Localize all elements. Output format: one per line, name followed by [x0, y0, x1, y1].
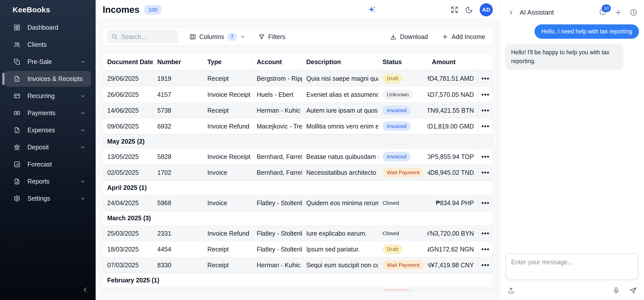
row-actions-button[interactable]: ••• [481, 75, 489, 82]
sidebar-item-deposit[interactable]: Deposit [5, 139, 91, 155]
filters-button[interactable]: Filters [258, 33, 285, 40]
history-clock-icon[interactable] [630, 9, 637, 16]
cell-status: Invoiced [378, 103, 428, 118]
cell-account: Bernhard, Farrell ... [252, 149, 302, 164]
table-row[interactable]: 02/05/20251702InvoiceBernhard, Farrell .… [103, 164, 493, 180]
upload-icon[interactable] [507, 287, 515, 294]
cell-description: Eveniet alias et assumenda d... [302, 87, 378, 102]
cell-account: Bernhard, Farrell ... [252, 165, 302, 180]
chevron-down-icon [80, 59, 86, 65]
row-actions-button[interactable]: ••• [481, 107, 489, 114]
table-row[interactable]: 18/03/20254454ReceiptFlatley - Stoltenb.… [103, 241, 493, 257]
cell-number: 5968 [153, 195, 203, 211]
fullscreen-icon[interactable] [450, 6, 459, 14]
message-input[interactable] [506, 253, 638, 280]
ai-assistant-title: AI Assistant [520, 9, 554, 16]
column-header-account: Account [252, 54, 302, 70]
row-actions-button[interactable]: ••• [481, 169, 489, 176]
row-actions-button[interactable]: ••• [481, 199, 489, 207]
cell-description: Quia nisi saepe magni quam... [302, 71, 378, 87]
download-icon [390, 33, 397, 40]
sidebar-item-payments[interactable]: Payments [5, 105, 91, 121]
table-row[interactable]: 13/05/20255828Invoice ReceiptBernhard, F… [103, 149, 493, 164]
status-badge: Draft [383, 244, 403, 254]
group-header-row: February 2025 (1) [103, 273, 493, 287]
panel-collapse-chevron-right-icon[interactable] [508, 9, 514, 16]
sidebar-nav: DashboardClientsPre-SaleInvoices & Recei… [0, 20, 96, 206]
cell-document-date: 26/06/2025 [103, 87, 153, 102]
status-badge: Unknown [383, 90, 413, 99]
cell-amount: AMD4,781.51 AMD [428, 71, 478, 87]
table-row[interactable]: 07/03/20258330ReceiptHerman - KuhicSequi… [103, 257, 493, 273]
dark-mode-moon-icon[interactable] [465, 6, 473, 14]
filter-funnel-icon [258, 33, 265, 40]
cell-document-date: 18/03/2025 [103, 241, 153, 257]
chevron-down-icon [80, 196, 86, 201]
row-actions-button[interactable]: ••• [481, 91, 489, 98]
row-actions-button[interactable]: ••• [481, 262, 489, 269]
user-avatar[interactable]: AD [480, 3, 493, 16]
row-actions-button[interactable]: ••• [481, 123, 489, 130]
cell-document-date: 09/06/2025 [103, 118, 153, 134]
table-header-row: Document DateNumberTypeAccountDescriptio… [103, 54, 493, 71]
sidebar-item-label: Deposit [27, 144, 80, 151]
group-header-row: May 2025 (2) [103, 134, 493, 149]
ai-sparkles-icon[interactable] [300, 6, 444, 14]
add-income-button[interactable]: Add Income [442, 33, 485, 40]
cell-number: 4157 [153, 87, 203, 102]
group-header-label: April 2025 (1) [103, 184, 147, 191]
group-header-row: March 2025 (3) [103, 211, 493, 225]
sidebar-item-forecast[interactable]: Forecast [5, 156, 91, 172]
main-area: Incomes 100 AD Columns 7 Filters [96, 0, 500, 300]
column-header-document-date: Document Date [103, 54, 153, 70]
table-row[interactable]: 24/04/20255968InvoiceFlatley - Stoltenb.… [103, 195, 493, 211]
row-actions-button[interactable]: ••• [481, 153, 489, 160]
sidebar-collapse-button[interactable] [82, 286, 89, 293]
cell-type: Invoice Refund [203, 118, 252, 134]
cell-number: 4454 [153, 241, 203, 257]
sidebar-item-clients[interactable]: Clients [5, 37, 91, 53]
cell-amount: BTN9,421.55 BTN [428, 103, 478, 118]
new-chat-plus-icon[interactable] [614, 9, 622, 16]
status-badge: Draft [383, 74, 403, 83]
sidebar: KeeBooks DashboardClientsPre-SaleInvoice… [0, 0, 96, 300]
cell-account: Flatley - Stoltenb... [252, 226, 302, 241]
cell-type: Invoice Refund [203, 226, 252, 241]
sidebar-item-settings[interactable]: Settings [5, 191, 91, 206]
cell-status: Draft [378, 241, 428, 257]
add-income-label: Add Income [452, 33, 485, 40]
sidebar-item-recurring[interactable]: Recurring [5, 88, 91, 104]
microphone-icon[interactable] [612, 287, 620, 294]
row-actions-button[interactable]: ••• [481, 246, 489, 253]
table-row[interactable]: 14/06/20255738ReceiptHerman - KuhicAutem… [103, 102, 493, 118]
table-row-partial[interactable] [103, 287, 493, 291]
cell-description: Quidem eos minima rerum v... [302, 195, 378, 211]
banknote-icon [14, 110, 20, 116]
send-icon[interactable] [629, 287, 637, 294]
columns-button[interactable]: Columns 7 [189, 33, 246, 41]
cell-document-date: 14/06/2025 [103, 103, 153, 118]
group-header-label: March 2025 (3) [103, 215, 151, 222]
columns-count-badge: 7 [228, 33, 237, 41]
download-label: Download [400, 33, 428, 40]
cell-amount: NGN172.62 NGN [428, 241, 478, 257]
sidebar-item-pre-sale[interactable]: Pre-Sale [5, 54, 91, 70]
row-actions-button[interactable]: ••• [481, 230, 489, 237]
search-input[interactable] [121, 33, 174, 40]
download-button[interactable]: Download [390, 33, 428, 40]
cell-status: Unknown [378, 87, 428, 102]
column-header-amount: Amount [428, 54, 478, 70]
sidebar-item-expenses[interactable]: Expenses [5, 122, 91, 138]
table-row[interactable]: 26/06/20254157Invoice ReceiptHuels - Ebe… [103, 87, 493, 102]
table-row[interactable]: 29/06/20251919ReceiptBergstrom - RippinQ… [103, 71, 493, 87]
sidebar-item-invoices-receipts[interactable]: Invoices & Receipts [5, 71, 91, 87]
bank-icon [14, 144, 20, 151]
sidebar-item-label: Payments [27, 109, 80, 117]
cell-status: Wait Payment [378, 257, 428, 273]
table-row[interactable]: 09/06/20256932Invoice RefundMacejkovic -… [103, 118, 493, 134]
table-row[interactable]: 25/03/20252331Invoice RefundFlatley - St… [103, 225, 493, 241]
cell-amount: GMD1,819.00 GMD [428, 118, 478, 134]
sidebar-item-reports[interactable]: Reports [5, 174, 91, 189]
table-toolbar: Columns 7 Filters Download Add Income [103, 28, 493, 46]
sidebar-item-dashboard[interactable]: Dashboard [5, 20, 91, 35]
